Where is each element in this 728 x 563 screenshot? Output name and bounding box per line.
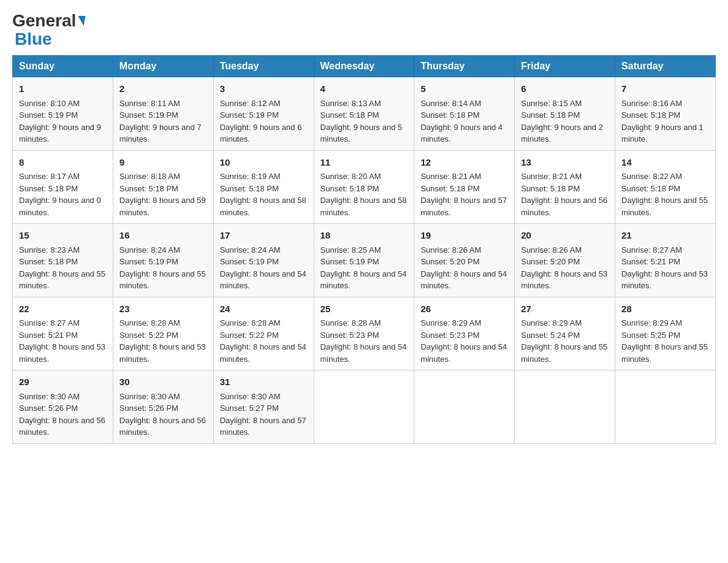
day-number: 2: [119, 82, 207, 96]
day-number: 8: [19, 156, 107, 170]
day-info: Sunrise: 8:25 AMSunset: 5:19 PMDaylight:…: [320, 244, 408, 292]
day-cell-20: 20Sunrise: 8:26 AMSunset: 5:20 PMDayligh…: [515, 224, 615, 297]
day-cell-1: 1Sunrise: 8:10 AMSunset: 5:19 PMDaylight…: [13, 77, 113, 151]
day-cell-30: 30Sunrise: 8:30 AMSunset: 5:26 PMDayligh…: [113, 370, 213, 444]
day-number: 5: [420, 82, 508, 96]
day-number: 7: [621, 82, 709, 96]
week-row-5: 29Sunrise: 8:30 AMSunset: 5:26 PMDayligh…: [13, 370, 716, 444]
empty-cell: [314, 370, 414, 444]
day-info: Sunrise: 8:12 AMSunset: 5:19 PMDaylight:…: [220, 98, 308, 145]
day-header-sunday: Sunday: [13, 56, 113, 77]
day-info: Sunrise: 8:15 AMSunset: 5:18 PMDaylight:…: [521, 98, 609, 145]
day-number: 27: [521, 302, 609, 316]
day-info: Sunrise: 8:30 AMSunset: 5:26 PMDaylight:…: [119, 391, 207, 439]
day-number: 15: [19, 229, 107, 243]
day-cell-31: 31Sunrise: 8:30 AMSunset: 5:27 PMDayligh…: [213, 370, 314, 444]
day-info: Sunrise: 8:22 AMSunset: 5:18 PMDaylight:…: [621, 170, 709, 218]
day-cell-13: 13Sunrise: 8:21 AMSunset: 5:18 PMDayligh…: [515, 150, 615, 224]
day-number: 31: [220, 375, 308, 389]
calendar-body: 1Sunrise: 8:10 AMSunset: 5:19 PMDaylight…: [13, 77, 716, 444]
day-info: Sunrise: 8:18 AMSunset: 5:18 PMDaylight:…: [119, 170, 207, 218]
day-cell-2: 2Sunrise: 8:11 AMSunset: 5:19 PMDaylight…: [113, 77, 213, 151]
day-number: 30: [119, 375, 207, 389]
day-info: Sunrise: 8:24 AMSunset: 5:19 PMDaylight:…: [220, 244, 308, 292]
day-cell-29: 29Sunrise: 8:30 AMSunset: 5:26 PMDayligh…: [13, 370, 113, 444]
day-info: Sunrise: 8:19 AMSunset: 5:18 PMDaylight:…: [220, 170, 308, 218]
day-cell-28: 28Sunrise: 8:29 AMSunset: 5:25 PMDayligh…: [615, 297, 716, 370]
day-cell-3: 3Sunrise: 8:12 AMSunset: 5:19 PMDaylight…: [213, 77, 314, 151]
day-header-thursday: Thursday: [414, 56, 515, 77]
day-number: 23: [119, 302, 207, 316]
day-header-friday: Friday: [515, 56, 615, 77]
day-info: Sunrise: 8:28 AMSunset: 5:23 PMDaylight:…: [320, 317, 408, 365]
day-cell-5: 5Sunrise: 8:14 AMSunset: 5:18 PMDaylight…: [414, 77, 515, 151]
day-number: 4: [320, 82, 408, 96]
day-cell-23: 23Sunrise: 8:28 AMSunset: 5:22 PMDayligh…: [113, 297, 213, 370]
day-info: Sunrise: 8:17 AMSunset: 5:18 PMDaylight:…: [19, 170, 107, 218]
logo: General Blue: [12, 12, 85, 49]
day-number: 26: [420, 302, 508, 316]
day-cell-25: 25Sunrise: 8:28 AMSunset: 5:23 PMDayligh…: [314, 297, 414, 370]
day-info: Sunrise: 8:14 AMSunset: 5:18 PMDaylight:…: [420, 98, 508, 145]
day-number: 21: [621, 229, 709, 243]
day-number: 10: [220, 156, 308, 170]
empty-cell: [414, 370, 515, 444]
logo-text-blue: Blue: [15, 29, 52, 49]
day-info: Sunrise: 8:16 AMSunset: 5:18 PMDaylight:…: [621, 98, 709, 145]
calendar-header: SundayMondayTuesdayWednesdayThursdayFrid…: [13, 56, 716, 77]
day-info: Sunrise: 8:26 AMSunset: 5:20 PMDaylight:…: [521, 244, 609, 292]
day-number: 16: [119, 229, 207, 243]
day-cell-4: 4Sunrise: 8:13 AMSunset: 5:18 PMDaylight…: [314, 77, 414, 151]
day-info: Sunrise: 8:10 AMSunset: 5:19 PMDaylight:…: [19, 98, 107, 145]
day-cell-21: 21Sunrise: 8:27 AMSunset: 5:21 PMDayligh…: [615, 224, 716, 297]
day-number: 3: [220, 82, 308, 96]
day-info: Sunrise: 8:29 AMSunset: 5:23 PMDaylight:…: [420, 317, 508, 365]
day-info: Sunrise: 8:28 AMSunset: 5:22 PMDaylight:…: [119, 317, 207, 365]
page-header: General Blue: [12, 12, 716, 49]
day-cell-11: 11Sunrise: 8:20 AMSunset: 5:18 PMDayligh…: [314, 150, 414, 224]
day-number: 14: [621, 156, 709, 170]
day-number: 22: [19, 302, 107, 316]
day-cell-19: 19Sunrise: 8:26 AMSunset: 5:20 PMDayligh…: [414, 224, 515, 297]
day-cell-10: 10Sunrise: 8:19 AMSunset: 5:18 PMDayligh…: [213, 150, 314, 224]
day-cell-6: 6Sunrise: 8:15 AMSunset: 5:18 PMDaylight…: [515, 77, 615, 151]
day-number: 24: [220, 302, 308, 316]
day-number: 20: [521, 229, 609, 243]
day-cell-27: 27Sunrise: 8:29 AMSunset: 5:24 PMDayligh…: [515, 297, 615, 370]
day-number: 25: [320, 302, 408, 316]
day-cell-22: 22Sunrise: 8:27 AMSunset: 5:21 PMDayligh…: [13, 297, 113, 370]
empty-cell: [615, 370, 716, 444]
day-number: 11: [320, 156, 408, 170]
day-cell-14: 14Sunrise: 8:22 AMSunset: 5:18 PMDayligh…: [615, 150, 716, 224]
day-cell-16: 16Sunrise: 8:24 AMSunset: 5:19 PMDayligh…: [113, 224, 213, 297]
day-info: Sunrise: 8:21 AMSunset: 5:18 PMDaylight:…: [521, 170, 609, 218]
day-info: Sunrise: 8:30 AMSunset: 5:26 PMDaylight:…: [19, 391, 107, 439]
day-number: 17: [220, 229, 308, 243]
day-cell-17: 17Sunrise: 8:24 AMSunset: 5:19 PMDayligh…: [213, 224, 314, 297]
day-number: 6: [521, 82, 609, 96]
day-info: Sunrise: 8:11 AMSunset: 5:19 PMDaylight:…: [119, 98, 207, 145]
days-of-week-row: SundayMondayTuesdayWednesdayThursdayFrid…: [13, 56, 716, 77]
day-info: Sunrise: 8:27 AMSunset: 5:21 PMDaylight:…: [621, 244, 709, 292]
logo-arrow-icon: [77, 16, 86, 26]
week-row-4: 22Sunrise: 8:27 AMSunset: 5:21 PMDayligh…: [13, 297, 716, 370]
day-info: Sunrise: 8:20 AMSunset: 5:18 PMDaylight:…: [320, 170, 408, 218]
day-info: Sunrise: 8:28 AMSunset: 5:22 PMDaylight:…: [220, 317, 308, 365]
day-number: 13: [521, 156, 609, 170]
day-number: 29: [19, 375, 107, 389]
day-info: Sunrise: 8:21 AMSunset: 5:18 PMDaylight:…: [420, 170, 508, 218]
day-header-wednesday: Wednesday: [314, 56, 414, 77]
day-number: 1: [19, 82, 107, 96]
day-info: Sunrise: 8:27 AMSunset: 5:21 PMDaylight:…: [19, 317, 107, 365]
day-info: Sunrise: 8:29 AMSunset: 5:25 PMDaylight:…: [621, 317, 709, 365]
day-cell-18: 18Sunrise: 8:25 AMSunset: 5:19 PMDayligh…: [314, 224, 414, 297]
day-number: 28: [621, 302, 709, 316]
day-info: Sunrise: 8:13 AMSunset: 5:18 PMDaylight:…: [320, 98, 408, 145]
day-header-saturday: Saturday: [615, 56, 716, 77]
day-info: Sunrise: 8:29 AMSunset: 5:24 PMDaylight:…: [521, 317, 609, 365]
day-cell-12: 12Sunrise: 8:21 AMSunset: 5:18 PMDayligh…: [414, 150, 515, 224]
calendar-table: SundayMondayTuesdayWednesdayThursdayFrid…: [12, 55, 716, 444]
empty-cell: [515, 370, 615, 444]
day-cell-9: 9Sunrise: 8:18 AMSunset: 5:18 PMDaylight…: [113, 150, 213, 224]
day-cell-7: 7Sunrise: 8:16 AMSunset: 5:18 PMDaylight…: [615, 77, 716, 151]
